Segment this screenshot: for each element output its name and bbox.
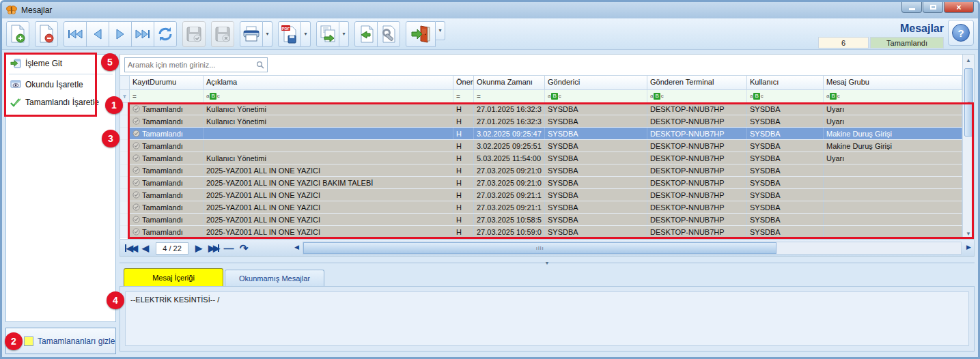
maximize-button[interactable] (923, 2, 943, 13)
scroll-right-icon[interactable]: ▶ (966, 244, 971, 250)
vertical-scrollbar[interactable]: ▲ ≡ ▼ (962, 55, 974, 239)
column-filter-8[interactable]: aBc (824, 90, 962, 102)
exit-button-group: ▾ (406, 21, 445, 47)
cancel-save-icon (214, 26, 231, 42)
print-button[interactable] (240, 21, 263, 47)
exit-button[interactable] (406, 21, 436, 47)
pager-last-button[interactable]: ▶▶ (206, 242, 221, 255)
cell-grup: Makine Duruş Girişi (824, 128, 962, 139)
help-button[interactable]: ? (948, 20, 974, 46)
search-input[interactable] (128, 61, 256, 69)
print-icon (242, 26, 260, 42)
add-record-button[interactable] (6, 21, 29, 47)
delete-record-button[interactable] (35, 21, 58, 47)
filter-row-icon (120, 90, 130, 102)
scroll-down-icon[interactable]: ▼ (963, 228, 974, 239)
splitter-collapse-icon[interactable]: ▼ (545, 261, 550, 265)
search-box[interactable] (124, 57, 268, 72)
cell-aciklama: 2025-YAZ001 ALL IN ONE YAZICI (204, 164, 453, 176)
table-row[interactable]: Tamamlandı2025-YAZ001 ALL IN ONE YAZICIH… (120, 164, 962, 177)
cell-okunma: 27.03.2025 09:21:0 (474, 177, 545, 188)
cell-onem: H (453, 177, 474, 188)
grid-filter-row: =aBc==aBcaBcaBcaBc (120, 89, 962, 103)
column-header-2[interactable]: Açıklama (204, 76, 453, 89)
table-row[interactable]: Tamamlandı2025-YAZ001 ALL IN ONE YAZICIH… (120, 189, 962, 201)
column-filter-2[interactable]: aBc (204, 90, 453, 102)
vertical-scroll-thumb[interactable]: ≡ (964, 68, 973, 137)
mark-completed-icon (10, 98, 21, 107)
scroll-up-icon[interactable]: ▲ (963, 55, 974, 66)
save-button[interactable] (182, 21, 206, 47)
previous-record-button[interactable] (86, 21, 109, 47)
pdf-export-button[interactable]: PDF (278, 21, 301, 47)
horizontal-scrollbar[interactable]: ◀ ıllı ▶ (294, 242, 971, 255)
column-filter-1[interactable]: = (130, 90, 204, 102)
table-row[interactable]: TamamlandıKullanıcı YönetimiH27.01.2025 … (120, 103, 962, 115)
column-header-5[interactable]: Gönderici (545, 76, 647, 89)
refresh-button[interactable] (154, 21, 177, 47)
copy-button-group: ▾ (316, 21, 349, 47)
horizontal-scroll-track[interactable]: ıllı (303, 242, 962, 255)
table-row[interactable]: TamamlandıKullanıcı YönetimiH27.01.2025 … (120, 115, 962, 128)
table-row[interactable]: TamamlandıH3.02.2025 09:25:51SYSDBADESKT… (120, 140, 962, 152)
column-header-8[interactable]: Mesaj Grubu (824, 76, 962, 89)
cell-okunma: 27.03.2025 10:58:5 (474, 214, 545, 225)
column-header-6[interactable]: Gönderen Terminal (647, 76, 747, 89)
service-tools-button[interactable] (377, 21, 400, 47)
exit-icon (410, 25, 431, 44)
cell-terminal: DESKTOP-NNUB7HP (647, 201, 747, 213)
column-header-7[interactable]: Kullanıcı (747, 76, 824, 89)
tab-unread-messages[interactable]: Okunmamış Mesajlar (225, 270, 324, 286)
row-indicator (120, 164, 130, 176)
table-row[interactable]: TamamlandıKullanıcı YönetimiH5.03.2025 1… (120, 152, 962, 164)
sidebar-item-mark-read[interactable]: Okundu İşaretle (6, 76, 115, 94)
tab-message-content[interactable]: Mesaj İçeriği (124, 268, 223, 286)
abc-filter-icon: aBc (650, 93, 664, 100)
magnifier-icon (256, 61, 264, 69)
cell-aciklama (204, 140, 453, 152)
pager-refresh-icon[interactable]: ↷ (236, 242, 251, 255)
next-record-button[interactable] (109, 21, 132, 47)
minimize-button[interactable] (901, 2, 922, 13)
column-filter-3[interactable]: = (453, 90, 474, 102)
scroll-left-icon[interactable]: ◀ (294, 244, 299, 250)
last-record-button[interactable] (131, 21, 154, 47)
table-row[interactable]: Tamamlandı2025-YAZ001 ALL IN ONE YAZICI … (120, 177, 962, 189)
column-header-4[interactable]: Okunma Zamanı (474, 76, 545, 89)
table-row[interactable]: TamamlandıH3.02.2025 09:25:47SYSDBADESKT… (120, 128, 962, 140)
exit-dropdown[interactable]: ▾ (436, 21, 445, 40)
sidebar-item-label: Okundu İşaretle (25, 80, 83, 89)
print-dropdown[interactable]: ▾ (263, 21, 272, 47)
sidebar-item-mark-completed[interactable]: Tamamlandı İşaretle (6, 94, 115, 111)
import-record-button[interactable] (354, 21, 378, 47)
copy-records-button[interactable] (316, 21, 339, 47)
horizontal-scroll-thumb[interactable]: ıllı (303, 242, 776, 254)
column-filter-5[interactable]: aBc (545, 90, 647, 102)
column-filter-4[interactable]: = (474, 90, 545, 102)
hide-completed-checkbox[interactable] (24, 336, 33, 346)
pager-previous-button[interactable]: ◀ (138, 242, 153, 255)
pager-delete-icon[interactable]: — (221, 242, 236, 255)
table-row[interactable]: Tamamlandı2025-YAZ001 ALL IN ONE YAZICIH… (120, 201, 962, 214)
completed-check-icon (132, 203, 140, 211)
cell-status: Tamamlandı (130, 177, 204, 188)
first-record-button[interactable] (64, 21, 87, 47)
pager-first-button[interactable]: ◀◀ (123, 242, 138, 255)
pager-next-button[interactable]: ▶ (191, 242, 206, 255)
row-indicator (120, 115, 130, 127)
message-content[interactable]: --ELEKTRİK KESİNTİSİ-- / (125, 291, 969, 346)
cancel-save-button[interactable] (211, 21, 234, 47)
column-filter-6[interactable]: aBc (647, 90, 747, 102)
cell-kullanici: SYSDBA (747, 177, 824, 188)
column-filter-7[interactable]: aBc (747, 90, 824, 102)
table-row[interactable]: Tamamlandı2025-YAZ001 ALL IN ONE YAZICIH… (120, 214, 962, 226)
column-header-3[interactable]: Önem (453, 76, 474, 89)
copy-dropdown[interactable]: ▾ (339, 21, 349, 47)
cell-aciklama: Kullanıcı Yönetimi (204, 115, 453, 127)
close-button[interactable]: × (944, 2, 974, 13)
splitter[interactable]: ▼ (120, 259, 975, 267)
pdf-dropdown[interactable]: ▾ (301, 21, 311, 47)
table-row[interactable]: Tamamlandı2025-YAZ001 ALL IN ONE YAZICIH… (120, 226, 962, 238)
column-header-1[interactable]: KayıtDurumu (130, 76, 204, 89)
sidebar-item-go-to-process[interactable]: İşleme Git (6, 55, 115, 72)
